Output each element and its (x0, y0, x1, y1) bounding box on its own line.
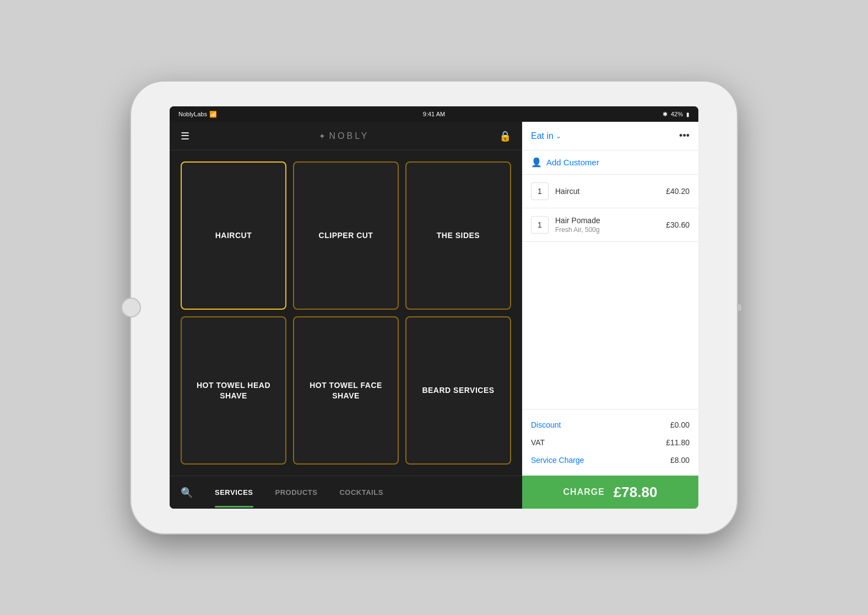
tab-cocktails[interactable]: COCKTAILS (328, 483, 394, 502)
tile-sides[interactable]: THE SIDES (405, 161, 511, 310)
battery-icon: ▮ (686, 111, 690, 117)
vat-label: VAT (531, 438, 545, 447)
tile-faceshave-label: HOT TOWEL FACE SHAVE (301, 380, 391, 400)
chevron-down-icon: ⌄ (556, 132, 561, 140)
charge-amount: £78.80 (614, 484, 658, 501)
bottom-nav: 🔍 SERVICES PRODUCTS COCKTAILS (170, 476, 522, 509)
service-charge-value: £8.00 (670, 456, 690, 465)
tile-beard-label: BEARD SERVICES (422, 385, 494, 395)
order-item-haircut: 1 Haircut £40.20 (522, 175, 698, 208)
side-button[interactable] (737, 304, 741, 311)
order-items: 1 Haircut £40.20 1 Hair Pomade (522, 175, 698, 409)
order-totals: Discount £0.00 VAT £11.80 Service Charge… (522, 409, 698, 476)
item-sub-pomade: Fresh Air, 500g (555, 226, 659, 234)
more-options-icon[interactable]: ••• (679, 130, 690, 142)
service-charge-label[interactable]: Service Charge (531, 456, 584, 465)
vat-row: VAT £11.80 (531, 434, 690, 451)
bluetooth-icon: ✱ (663, 111, 668, 118)
tile-beard[interactable]: BEARD SERVICES (405, 316, 511, 465)
item-name-haircut: Haircut (555, 187, 659, 196)
tab-services-label: SERVICES (215, 488, 253, 497)
product-grid: HAIRCUT CLIPPER CUT THE SIDES HOT TOWEL … (170, 150, 522, 476)
status-right: ✱ 42% ▮ (663, 111, 690, 118)
discount-row: Discount £0.00 (531, 416, 690, 434)
home-button[interactable] (121, 298, 141, 317)
charge-button[interactable]: CHARGE £78.80 (522, 476, 698, 509)
tablet-frame: NoblyLabs 📶 9:41 AM ✱ 42% ▮ ☰ ✦ NOBLY (131, 82, 737, 533)
service-charge-row: Service Charge £8.00 (531, 451, 690, 469)
status-left: NoblyLabs 📶 (178, 111, 217, 118)
item-price-pomade: £30.60 (666, 220, 690, 229)
battery-label: 42% (671, 111, 683, 117)
discount-value: £0.00 (670, 420, 690, 429)
item-name-pomade: Hair Pomade (555, 216, 659, 225)
tile-headshave-label: HOT TOWEL HEAD SHAVE (188, 380, 279, 400)
order-panel: Eat in ⌄ ••• 👤 Add Customer 1 (522, 122, 698, 509)
logo: ✦ NOBLY (319, 131, 369, 141)
qty-haircut[interactable]: 1 (531, 182, 549, 200)
tab-products[interactable]: PRODUCTS (264, 483, 329, 502)
lock-icon[interactable]: 🔒 (499, 130, 511, 142)
navbar: ☰ ✦ NOBLY 🔒 (170, 122, 522, 150)
logo-text: NOBLY (329, 131, 369, 141)
tile-haircut-label: HAIRCUT (215, 230, 252, 240)
menu-icon[interactable]: ☰ (181, 130, 189, 142)
main-content: ☰ ✦ NOBLY 🔒 HAIRCUT CLIPPER CUT (170, 122, 698, 509)
item-price-haircut: £40.20 (666, 187, 690, 196)
time-label: 9:41 AM (423, 111, 445, 117)
tab-cocktails-label: COCKTAILS (339, 488, 383, 497)
wifi-icon: 📶 (209, 111, 217, 118)
item-details-haircut: Haircut (555, 187, 659, 196)
tab-services[interactable]: SERVICES (204, 483, 264, 502)
tile-faceshave[interactable]: HOT TOWEL FACE SHAVE (293, 316, 399, 465)
add-customer-label: Add Customer (546, 158, 599, 167)
tab-products-label: PRODUCTS (275, 488, 318, 497)
pos-panel: ☰ ✦ NOBLY 🔒 HAIRCUT CLIPPER CUT (170, 122, 522, 509)
screen: NoblyLabs 📶 9:41 AM ✱ 42% ▮ ☰ ✦ NOBLY (170, 106, 698, 509)
tile-sides-label: THE SIDES (437, 230, 480, 240)
qty-pomade[interactable]: 1 (531, 216, 549, 234)
order-item-pomade: 1 Hair Pomade Fresh Air, 500g £30.60 (522, 208, 698, 242)
item-details-pomade: Hair Pomade Fresh Air, 500g (555, 216, 659, 234)
eat-in-button[interactable]: Eat in ⌄ (531, 131, 561, 141)
order-header: Eat in ⌄ ••• (522, 122, 698, 150)
search-icon[interactable]: 🔍 (181, 487, 193, 499)
tile-clipper-label: CLIPPER CUT (319, 230, 373, 240)
add-customer-button[interactable]: 👤 Add Customer (522, 150, 698, 175)
tile-headshave[interactable]: HOT TOWEL HEAD SHAVE (181, 316, 286, 465)
tile-clipper[interactable]: CLIPPER CUT (293, 161, 399, 310)
vat-value: £11.80 (666, 438, 690, 447)
add-customer-icon: 👤 (531, 157, 542, 168)
tile-haircut[interactable]: HAIRCUT (181, 161, 286, 310)
carrier-label: NoblyLabs (178, 111, 207, 117)
eat-in-label: Eat in (531, 131, 554, 141)
discount-label[interactable]: Discount (531, 420, 561, 429)
charge-label: CHARGE (563, 487, 605, 497)
status-bar: NoblyLabs 📶 9:41 AM ✱ 42% ▮ (170, 106, 698, 122)
